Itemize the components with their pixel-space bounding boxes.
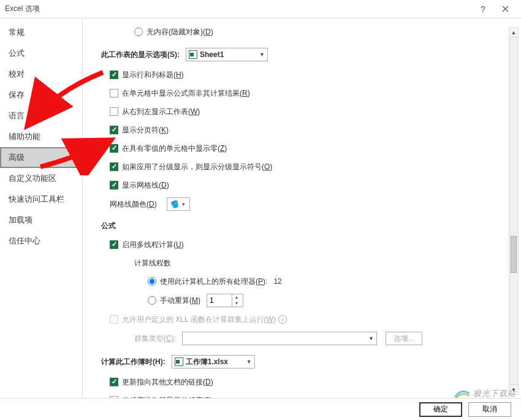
chevron-down-icon: ▾ bbox=[182, 201, 185, 207]
gridline-color-label: 网格线颜色(D) bbox=[110, 199, 157, 210]
help-button[interactable]: ? bbox=[472, 0, 494, 18]
section-formulas: 公式 bbox=[101, 221, 496, 231]
scrollbar[interactable]: ▲ ▼ bbox=[509, 27, 519, 395]
cancel-button[interactable]: 取消 bbox=[468, 402, 511, 417]
manual-threads-spin[interactable]: ▲▼ bbox=[207, 294, 243, 307]
chevron-down-icon: ▼ bbox=[246, 359, 252, 365]
sidebar-item-accessibility[interactable]: 辅助功能 bbox=[0, 126, 82, 147]
check-rtl[interactable]: 从右到左显示工作表(W) bbox=[110, 107, 200, 117]
sidebar-item-customize-ribbon[interactable]: 自定义功能区 bbox=[0, 168, 82, 189]
footer: 确定 取消 bbox=[0, 398, 521, 420]
window-title: Excel 选项 bbox=[5, 4, 472, 14]
paint-bucket-icon: 🪣 bbox=[170, 199, 180, 210]
watermark: 极光下载站 bbox=[454, 388, 516, 399]
watermark-text: 极光下载站 bbox=[473, 388, 516, 399]
section-calc-workbook: 计算此工作簿时(H): 工作簿1.xlsx ▼ bbox=[101, 355, 496, 368]
check-show-formulas[interactable]: 在单元格中显示公式而非其计算结果(R) bbox=[110, 88, 250, 99]
ok-button[interactable]: 确定 bbox=[419, 402, 462, 417]
cluster-options-button: 选项... bbox=[386, 332, 422, 345]
sidebar-item-general[interactable]: 常规 bbox=[0, 22, 82, 43]
excel-icon bbox=[189, 50, 197, 59]
scroll-up-icon[interactable]: ▲ bbox=[509, 28, 518, 37]
sidebar-item-trust[interactable]: 信任中心 bbox=[0, 231, 82, 251]
watermark-icon bbox=[454, 388, 471, 399]
check-update-links[interactable]: 更新指向其他文档的链接(D) bbox=[110, 377, 213, 388]
gridline-color-picker[interactable]: 🪣▾ bbox=[167, 197, 190, 211]
sidebar: 常规 公式 校对 保存 语言 辅助功能 高级 自定义功能区 快速访问工具栏 加载… bbox=[0, 18, 83, 399]
cluster-type-dropdown: ▼ bbox=[182, 332, 377, 345]
titlebar: Excel 选项 ? bbox=[0, 0, 521, 18]
radio-all-processors[interactable]: 使用此计算机上的所有处理器(P): 12 bbox=[148, 277, 282, 287]
spin-up-icon[interactable]: ▲ bbox=[232, 294, 241, 300]
sidebar-item-formulas[interactable]: 公式 bbox=[0, 43, 82, 64]
scroll-thumb[interactable] bbox=[511, 236, 517, 273]
sidebar-item-proofing[interactable]: 校对 bbox=[0, 64, 82, 85]
check-xll-cluster: 允许用户定义的 XLL 函数在计算群集上运行(W) bbox=[110, 315, 276, 325]
sidebar-item-language[interactable]: 语言 bbox=[0, 105, 82, 126]
excel-icon bbox=[175, 357, 183, 366]
check-page-breaks[interactable]: 显示分页符(K) bbox=[110, 125, 169, 136]
main-panel: 无内容(隐藏对象)(D) 此工作表的显示选项(S): Sheet1 ▼ 显示行和… bbox=[83, 18, 521, 399]
chevron-down-icon: ▼ bbox=[368, 335, 374, 342]
chevron-down-icon: ▼ bbox=[259, 52, 265, 58]
info-icon[interactable]: i bbox=[278, 315, 287, 324]
close-button[interactable] bbox=[494, 0, 516, 18]
spin-down-icon[interactable]: ▼ bbox=[232, 300, 241, 307]
close-icon bbox=[502, 6, 509, 12]
section-worksheet-display: 此工作表的显示选项(S): Sheet1 ▼ bbox=[101, 48, 496, 61]
check-zero-values[interactable]: 在具有零值的单元格中显示零(Z) bbox=[110, 143, 227, 154]
thread-count-label: 计算线程数 bbox=[134, 258, 171, 269]
check-gridlines[interactable]: 显示网格线(D) bbox=[110, 180, 169, 191]
manual-threads-input[interactable] bbox=[207, 296, 232, 305]
workbook-dropdown[interactable]: 工作簿1.xlsx ▼ bbox=[172, 355, 255, 368]
check-show-headers[interactable]: 显示行和列标题(H) bbox=[110, 70, 184, 80]
sidebar-item-save[interactable]: 保存 bbox=[0, 85, 82, 105]
worksheet-dropdown[interactable]: Sheet1 ▼ bbox=[186, 48, 268, 61]
sidebar-item-qat[interactable]: 快速访问工具栏 bbox=[0, 189, 82, 210]
radio-manual-threads[interactable]: 手动重算(M) bbox=[148, 296, 200, 306]
cluster-type-label: 群集类型(C): bbox=[134, 334, 176, 344]
radio-no-content-input[interactable] bbox=[134, 28, 143, 36]
radio-no-content[interactable]: 无内容(隐藏对象)(D) bbox=[134, 27, 213, 37]
sidebar-item-addins[interactable]: 加载项 bbox=[0, 210, 82, 231]
sidebar-item-advanced[interactable]: 高级 bbox=[0, 147, 82, 168]
radio-no-content-label: 无内容(隐藏对象)(D) bbox=[146, 27, 213, 37]
check-outline-symbols[interactable]: 如果应用了分级显示，则显示分级显示符号(O) bbox=[110, 162, 272, 172]
check-multithread[interactable]: 启用多线程计算(U) bbox=[110, 240, 184, 250]
